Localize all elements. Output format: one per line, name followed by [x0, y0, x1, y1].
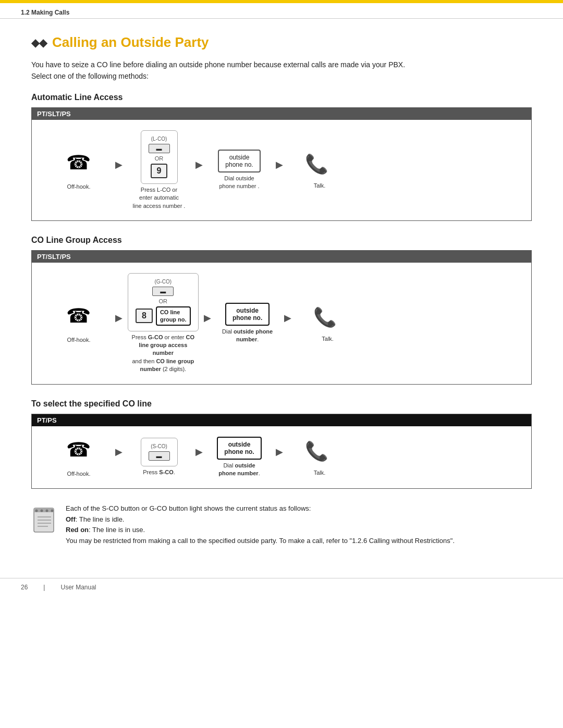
footer-label: User Manual [60, 584, 96, 591]
step-co-3-label: Dial outside phonenumber. [222, 328, 273, 344]
svg-point-12 [35, 509, 38, 512]
lco-group: (L-CO) ▬ OR 9 [141, 130, 178, 184]
svg-text:📞: 📞 [313, 306, 337, 328]
diagram-co: PT/SLT/PS ☎ Off-hook. ▶ (G-CO) ▬ OR [31, 250, 532, 385]
step-auto-3: outsidephone no. Dial outsidephone numbe… [208, 150, 271, 191]
step-auto-1: ☎ Off-hook. [47, 150, 110, 191]
intro-text: You have to seize a CO line before diali… [31, 59, 532, 82]
phone-icon-co-1: ☎ [66, 303, 91, 331]
section-co-title: CO Line Group Access [31, 236, 532, 245]
svg-point-14 [46, 509, 48, 512]
key-9: 9 [151, 164, 168, 178]
phone-icon-spec-1: ☎ [66, 437, 91, 465]
arrow-auto-2: ▶ [195, 159, 203, 170]
step-spec-2: (S-CO) ▬ Press S-CO. [128, 438, 190, 476]
diagram-co-body: ☎ Off-hook. ▶ (G-CO) ▬ OR 8 CO linegroup… [32, 263, 531, 384]
svg-text:☎: ☎ [66, 439, 91, 461]
step-co-2-label: Press G-CO or enter COline group access … [129, 334, 197, 374]
step-co-3: outsidephone no. Dial outside phonenumbe… [216, 303, 279, 344]
diagram-specified-body: ☎ Off-hook. ▶ (S-CO) ▬ Press S-CO. ▶ out… [32, 426, 531, 488]
gco-rect: ▬ [152, 287, 174, 296]
step-co-2: (G-CO) ▬ OR 8 CO linegroup no. Press G-C… [128, 273, 199, 374]
note-icon [31, 505, 57, 539]
step-auto-4: 📞 Talk. [288, 151, 351, 190]
page-title: ◆◆ Calling an Outside Party [31, 34, 532, 51]
outside-box-auto: outsidephone no. [218, 150, 260, 172]
svg-point-15 [51, 509, 54, 512]
outside-box-co: outsidephone no. [225, 303, 270, 326]
arrow-spec-3: ▶ [276, 446, 283, 458]
step-co-4-label: Talk. [322, 335, 334, 343]
intro-line-1: You have to seize a CO line before diali… [31, 59, 532, 70]
or-text-co: OR [159, 298, 168, 304]
arrow-spec-2: ▶ [195, 446, 203, 458]
note-content: Each of the S-CO button or G-CO button l… [66, 503, 455, 547]
diagram-automatic-header: PT/SLT/PS [32, 108, 531, 120]
arrow-auto-1: ▶ [115, 159, 123, 170]
sco-group: (S-CO) ▬ [141, 438, 178, 466]
step-auto-2: (L-CO) ▬ OR 9 Press L-CO orenter automat… [128, 130, 190, 210]
step-co-1-label: Off-hook. [67, 336, 90, 344]
intro-line-2: Select one of the following methods: [31, 70, 532, 82]
footer-separator: | [43, 584, 45, 591]
diagram-co-header: PT/SLT/PS [32, 251, 531, 263]
step-auto-2-label: Press L-CO orenter automaticline access … [133, 186, 186, 210]
lco-rect: ▬ [149, 144, 170, 153]
step-spec-3: outsidephone no. Dial outsidephone numbe… [208, 437, 271, 478]
breadcrumb: 1.2 Making Calls [21, 9, 69, 16]
note-line-1: Each of the S-CO button or G-CO button l… [66, 503, 455, 514]
gco-label-above: (G-CO) [154, 279, 172, 285]
talk-icon-spec: 📞 [305, 438, 334, 467]
sco-rect: ▬ [149, 451, 170, 461]
arrow-co-1: ▶ [115, 312, 123, 324]
title-diamonds: ◆◆ [31, 36, 47, 49]
footer-page-number: 26 [21, 584, 28, 591]
svg-text:☎: ☎ [66, 152, 91, 174]
diagram-automatic-body: ☎ Off-hook. ▶ (L-CO) ▬ OR 9 Press L-CO o… [32, 120, 531, 220]
step-auto-3-label: Dial outsidephone number . [219, 175, 259, 191]
step-spec-3-label: Dial outsidephone number. [218, 462, 260, 478]
co-line-group-label: CO linegroup no. [156, 306, 191, 326]
note-line-4: You may be restricted from making a call… [66, 536, 455, 547]
arrow-spec-1: ▶ [115, 446, 123, 458]
lco-label-above: (L-CO) [151, 136, 167, 142]
arrow-auto-3: ▶ [276, 159, 283, 170]
or-text-auto: OR [155, 155, 164, 162]
gco-group: (G-CO) ▬ OR 8 CO linegroup no. [128, 273, 199, 331]
step-spec-1: ☎ Off-hook. [47, 437, 110, 478]
step-spec-4-label: Talk. [314, 469, 326, 477]
svg-text:📞: 📞 [305, 153, 328, 175]
step-co-4: 📞 Talk. [297, 304, 359, 343]
note-line-2: Off: The line is idle. [66, 514, 455, 525]
arrow-co-3: ▶ [284, 312, 291, 324]
diagram-specified-header: PT/PS [32, 414, 531, 426]
diagram-automatic: PT/SLT/PS ☎ Off-hook. ▶ (L-CO) ▬ OR 9 [31, 107, 532, 221]
content: ◆◆ Calling an Outside Party You have to … [0, 19, 563, 567]
talk-icon-auto: 📞 [305, 151, 334, 180]
section-specified-title: To select the specified CO line [31, 399, 532, 409]
arrow-co-2: ▶ [204, 312, 211, 324]
step-spec-1-label: Off-hook. [67, 470, 90, 478]
step-spec-2-label: Press S-CO. [143, 468, 175, 476]
step-spec-4: 📞 Talk. [288, 438, 351, 477]
footer: 26 | User Manual [0, 578, 563, 596]
svg-point-13 [41, 509, 43, 512]
key-8: 8 [136, 309, 153, 323]
talk-icon-co: 📞 [313, 304, 342, 333]
step-auto-1-label: Off-hook. [67, 183, 90, 191]
header-section: 1.2 Making Calls [0, 3, 563, 19]
svg-text:📞: 📞 [305, 440, 328, 462]
note-section: Each of the S-CO button or G-CO button l… [31, 503, 532, 547]
note-line-3: Red on: The line is in use. [66, 525, 455, 536]
phone-icon-auto-1: ☎ [66, 150, 91, 178]
step-co-1: ☎ Off-hook. [47, 303, 110, 344]
sco-label-above: (S-CO) [151, 443, 167, 449]
title-text: Calling an Outside Party [52, 34, 209, 51]
outside-box-spec: outsidephone no. [217, 437, 261, 460]
section-automatic-title: Automatic Line Access [31, 93, 532, 102]
diagram-specified: PT/PS ☎ Off-hook. ▶ (S-CO) ▬ Press S-CO. [31, 414, 532, 489]
step-auto-4-label: Talk. [314, 182, 326, 190]
svg-text:☎: ☎ [66, 305, 91, 327]
